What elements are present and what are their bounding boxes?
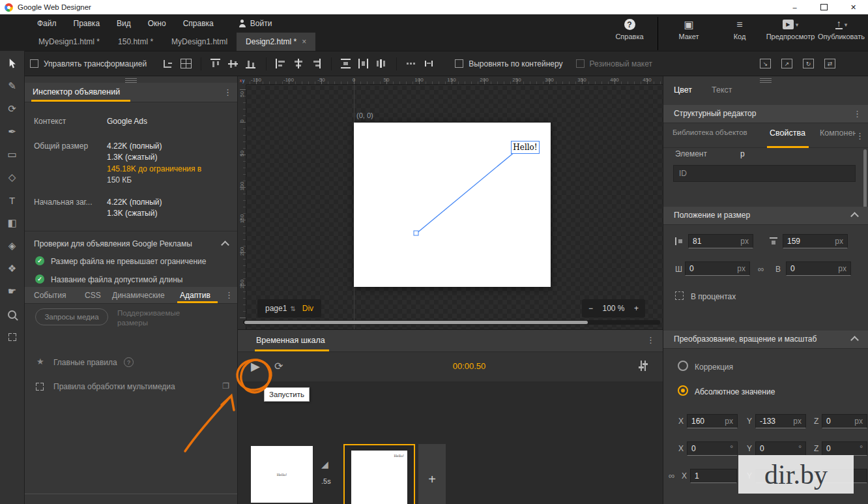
doc-tab-design2-active[interactable]: Design2.html * × [237,33,315,51]
close-window-icon[interactable]: ✕ [839,0,868,14]
id-input[interactable] [673,165,856,182]
rotate-y-field[interactable]: 0 ° [755,441,806,456]
layout-button[interactable]: ▣ Макет [663,17,714,50]
tab-close-icon[interactable]: × [302,37,306,46]
maximize-icon[interactable] [809,0,839,14]
loop-icon[interactable]: ⟳ [274,360,283,372]
spinner-icon[interactable]: ⇅ [290,305,295,312]
shape-tool[interactable]: ◇ [5,170,20,185]
tab-responsive[interactable]: Адаптив [180,291,210,300]
sign-in-button[interactable]: Войти [239,19,272,28]
translate-x-field[interactable]: 160 px [687,414,738,428]
zoom-in-icon[interactable]: + [634,304,639,313]
translate-z-field[interactable]: 0 px [822,414,867,428]
code-button[interactable]: ≡ Код [714,17,765,50]
percent-checkbox[interactable] [675,291,684,300]
text-tool[interactable]: T [5,193,20,207]
pen-tool[interactable]: ✒ [5,125,20,139]
media-rules-label[interactable]: Правила обработки мультимедиа [53,382,175,391]
selection-tool[interactable] [5,56,20,70]
eraser-tool[interactable]: ▭ [5,147,20,162]
menu-file[interactable]: Файл [37,19,57,28]
tab-text[interactable]: Текст [712,85,732,95]
tab-color[interactable]: Цвет [674,85,692,95]
kebab-icon[interactable]: ⋮ [646,335,655,345]
gradient-tool[interactable]: ◧ [5,216,20,230]
chevron-up-icon[interactable] [850,212,859,220]
preview-button[interactable]: ▶ ▾ Предпросмотр [765,17,816,50]
chevron-up-icon[interactable] [850,336,859,344]
tab-properties[interactable]: Свойства [770,128,805,138]
panel-scrollbar-thumb[interactable] [863,149,867,215]
doc-tab-150[interactable]: 150.html * [109,33,162,51]
align-top-icon[interactable] [210,59,222,68]
tab-css[interactable]: CSS [85,291,101,300]
distribute-horizontal-icon[interactable] [358,59,369,68]
position-size-section[interactable]: Положение и размер [663,207,868,225]
align-bottom-icon[interactable] [246,59,257,68]
chevron-up-icon[interactable] [221,241,229,249]
main-rules-label[interactable]: Главные правила [53,358,117,367]
page-copy-icon[interactable]: ❐ [222,381,229,391]
distribute-vertical-icon[interactable] [341,59,352,68]
checks-title[interactable]: Проверки для объявления Google Рекламы [34,239,192,248]
swap-frame-icon[interactable]: ⇄ [824,59,835,68]
kebab-icon[interactable]: ⋮ [224,87,232,97]
transform-section[interactable]: Преобразование, вращение и масштаб [663,331,868,349]
zoom-out-icon[interactable]: − [588,304,593,313]
brush-tool[interactable]: ✎ [5,79,20,93]
tab-dynamic[interactable]: Динамические [112,291,165,300]
easing-icon[interactable]: ◢ [321,459,328,469]
minimize-icon[interactable]: – [780,0,809,14]
spacing-horizontal-icon[interactable] [406,59,417,68]
fill-tool[interactable]: ◈ [5,239,20,253]
timeline-settings-icon[interactable] [638,361,648,371]
grid-icon[interactable] [181,59,192,68]
rotate-z-field[interactable]: 0 ° [822,441,867,456]
height-field[interactable]: 0 px [786,261,851,276]
translate-y-field[interactable]: -133 px [755,414,806,428]
doc-tab-mydesign1-b[interactable]: MyDesign1.html [162,33,237,51]
keyframe-thumbnail-1[interactable]: Hello! [251,446,313,503]
hand-tool[interactable]: ☛ [5,284,20,299]
distribute-center-icon[interactable] [376,59,387,68]
width-field[interactable]: 0 px [685,261,750,276]
canvas-element-hello[interactable]: Hello! [511,141,540,154]
rotate-3d-tool[interactable]: ⟳ [5,102,20,116]
insert-frame-icon[interactable]: ↘ [760,59,771,68]
menu-view[interactable]: Вид [117,19,131,28]
tab-component[interactable]: Компонент [820,128,856,138]
menu-window[interactable]: Окно [148,19,166,28]
menu-edit[interactable]: Правка [74,19,100,28]
structure-editor-row[interactable]: Структурный редактор ⋮ [663,105,868,123]
breadcrumb-page[interactable]: page1 [265,304,287,313]
position-y-field[interactable]: 159 px [783,234,848,248]
add-keyframe-button[interactable]: + [418,444,446,504]
correction-radio[interactable] [678,361,688,371]
scale-x-field[interactable]: 1 [690,469,737,483]
tab-events[interactable]: События [34,291,66,300]
canvas-area[interactable]: x y -150 -100 -50 0 50 100 150 200 250 3… [238,76,663,329]
align-middle-icon[interactable] [228,59,239,68]
align-right-icon[interactable] [311,59,322,68]
zoom-tool[interactable] [5,307,20,321]
help-button[interactable]: ? Справка [601,17,658,50]
align-to-container-checkbox[interactable] [455,59,463,68]
link-scale-icon[interactable]: ∞ [669,471,674,481]
align-center-icon[interactable] [293,59,304,68]
align-left-icon[interactable] [276,59,287,68]
absolute-value-radio[interactable] [678,385,688,396]
fullscreen-tool[interactable] [5,330,20,344]
kebab-icon[interactable]: ⋮ [856,131,864,141]
fluid-layout-checkbox[interactable] [576,59,585,68]
menu-help[interactable]: Справка [183,19,214,28]
play-icon[interactable]: ▶ [251,359,260,374]
rotate-x-field[interactable]: 0 ° [687,441,738,456]
help-circle-icon[interactable]: ? [124,357,134,367]
publish-button[interactable]: ↑ ▾ Опубликовать [816,17,867,50]
transform-anchor-icon[interactable] [163,59,174,68]
zoom-value[interactable]: 100 % [602,304,624,313]
panel-drag-handle-icon[interactable] [760,78,772,83]
scrollbar-thumb[interactable] [244,321,588,324]
doc-tab-mydesign1-a[interactable]: MyDesign1.html * [29,33,109,51]
